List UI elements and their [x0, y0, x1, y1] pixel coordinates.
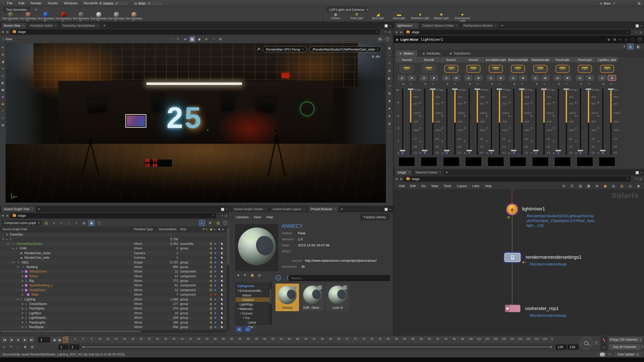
dropdown-icon[interactable]: ▾ — [627, 31, 629, 33]
scene-graph-row[interactable]: ● ⅄ C ◉ ◐ ✦ RenderCam_close Camera 1 · — [0, 251, 227, 255]
snapshot-grid-icon[interactable]: ▦ — [189, 36, 195, 42]
visibility-toggle-icon[interactable] — [214, 316, 217, 319]
solo-dot-icon[interactable]: · — [218, 317, 219, 319]
pane-menu-icon[interactable]: ▾ — [390, 208, 391, 211]
visibility-toggle-icon[interactable] — [214, 303, 217, 305]
tree-view-icon[interactable]: ☰ — [569, 183, 575, 189]
tools-icon[interactable]: ⚙ — [561, 183, 567, 189]
close-tab-icon[interactable]: × — [334, 208, 336, 210]
pane-tab[interactable]: Preset Browser × — [308, 206, 339, 212]
palette-icon[interactable]: ▥ — [619, 183, 625, 189]
pane-menu-icon[interactable]: ▾ — [641, 25, 642, 27]
node-rendermanrendersettings1[interactable] — [504, 253, 520, 262]
light-type-button[interactable] — [444, 65, 458, 73]
visibility-toggle-icon[interactable] — [214, 261, 217, 264]
expand-collapse-icon[interactable]: ⊕ — [21, 293, 24, 296]
translate-tool-icon[interactable]: ⊞ — [1, 52, 5, 57]
intensity-slider-handle[interactable] — [488, 150, 494, 152]
category-item[interactable]: ⊖Materials — [235, 306, 272, 311]
select-cursor-icon[interactable] — [221, 316, 223, 319]
visibility-toggle-icon[interactable] — [214, 266, 217, 268]
shelf-tool[interactable]: ☀ Point Light — [346, 12, 367, 22]
display-options-icon[interactable]: ▣ — [387, 46, 392, 50]
mixer-tab-sliders[interactable]: ◆Sliders — [395, 50, 418, 57]
mixer-tab-transforms[interactable]: ◆Transforms — [446, 50, 474, 57]
pane-menu-icon[interactable]: ▾ — [390, 25, 391, 27]
light-type-button[interactable] — [466, 65, 480, 73]
recook-icon[interactable]: ↻ — [608, 352, 611, 356]
solo-dot-icon[interactable]: · — [218, 298, 219, 300]
mute-button[interactable]: ⊘ — [398, 75, 406, 81]
expand-collapse-icon[interactable]: ⊕ — [21, 284, 24, 287]
help-icon[interactable]: ? — [385, 37, 389, 41]
select-arrow-icon[interactable]: ↖ — [175, 36, 181, 42]
visibility-toggle-icon[interactable] — [214, 321, 217, 324]
dropdown-icon[interactable]: ▾ — [376, 31, 378, 33]
path-field[interactable]: stage ▾ — [404, 30, 631, 35]
intensity-slider-handle[interactable] — [444, 150, 450, 152]
transport-button[interactable]: ▶ — [22, 337, 28, 343]
tree-horizontal-scrollbar[interactable] — [0, 330, 227, 333]
shelf-tool[interactable]: ● Environment Light — [452, 12, 473, 22]
path-field[interactable]: stage ▾ — [10, 29, 380, 34]
light-name-header[interactable]: RoomB — [418, 57, 440, 63]
solo-dot-icon[interactable]: · — [218, 326, 219, 328]
mixer-tab-attributes[interactable]: ◆Attributes — [418, 50, 445, 57]
desktop-selector[interactable]: ⊞ Solaris ▲▼ — [98, 1, 128, 6]
mask-icon[interactable]: ◕ — [51, 220, 57, 226]
intensity-slider-handle[interactable] — [422, 150, 428, 152]
render-viewport[interactable]: 25 + 00 53 58.09 ✎ RenderMan XPU Persp▾ — [6, 43, 386, 203]
activate-toggle-icon[interactable] — [210, 242, 212, 245]
select-cursor-icon[interactable] — [221, 307, 223, 310]
shelf-tool[interactable]: ♦ Geometry Light — [410, 12, 431, 22]
menu-item[interactable]: Help — [482, 184, 494, 188]
new-pane-tab-icon[interactable]: + — [102, 23, 107, 28]
set-key-button[interactable] — [580, 337, 593, 349]
pane-tab[interactable]: Geometry Spreadsheet × — [60, 22, 101, 28]
col-p[interactable]: P — [203, 228, 205, 231]
menubar-item[interactable]: Assets — [45, 1, 61, 5]
help-icon[interactable]: ? — [638, 37, 642, 42]
transport-button[interactable]: ▶| — [29, 337, 35, 343]
mute-button[interactable]: ⊘ — [420, 75, 428, 81]
light-color-swatch[interactable] — [599, 157, 615, 166]
activate-toggle-icon[interactable] — [210, 316, 212, 319]
target-display-icon[interactable]: ◉ — [387, 114, 392, 118]
playback-range-slider[interactable] — [81, 345, 553, 349]
close-tab-icon[interactable]: × — [31, 208, 33, 210]
mute-button[interactable]: ⊘ — [464, 75, 473, 81]
expand-collapse-icon[interactable]: ⊕ — [21, 326, 24, 329]
help-icon[interactable]: ? — [223, 221, 227, 225]
snap-tool-icon[interactable]: ⊙ — [1, 73, 5, 78]
factory-library-button[interactable]: Factory Library — [360, 214, 389, 220]
solo-dot-icon[interactable]: · — [218, 312, 219, 314]
new-pane-tab-icon[interactable]: + — [499, 23, 505, 28]
light-type-button[interactable] — [533, 65, 547, 73]
add-shelf-tab-icon[interactable]: + — [33, 7, 39, 12]
scene-graph-row[interactable]: ● ⅄ C ◉ ◐ ✦ RenderCam_wide Camera 1 · — [0, 255, 227, 260]
shelf-tab-test-geometry[interactable]: Test Geometry — [3, 7, 30, 12]
forward-icon[interactable]: ▶ — [399, 177, 404, 180]
scene-graph-row[interactable]: ⊕ ● ⅄ C ◉ ◐ ✦ StudioFloor Xform 11 compo… — [0, 288, 227, 292]
pane-tab[interactable]: Scene View × — [1, 22, 27, 28]
activate-toggle-icon[interactable] — [210, 312, 212, 314]
activate-toggle-icon[interactable] — [210, 280, 212, 282]
pane-maximize-icon[interactable] — [636, 24, 639, 27]
list-view-icon[interactable]: ▤ — [577, 183, 583, 189]
mute-button[interactable]: ⊘ — [487, 75, 495, 81]
activate-toggle-icon[interactable] — [210, 326, 212, 329]
expand-collapse-icon[interactable]: ⊕ — [21, 275, 24, 278]
light-name-header[interactable]: RoomA — [396, 57, 418, 63]
light-color-swatch[interactable] — [466, 157, 481, 166]
category-item[interactable]: ⊖Fur — [235, 315, 272, 320]
scene-graph-row[interactable]: ⊕ ● ⅄ C ◉ ◐ ✦ Rig Xform 772 group · — [0, 279, 227, 283]
spinner-icon[interactable]: ▲▼ — [116, 2, 117, 5]
col-primitive-type[interactable]: Primitive Type — [134, 228, 153, 231]
col-star-icon[interactable]: ★ — [218, 228, 221, 231]
intensity-slider-handle[interactable] — [533, 150, 539, 152]
shelf-tool[interactable]: Test Geometry: P... — [20, 12, 37, 22]
tree-vertical-scrollbar[interactable] — [227, 227, 229, 330]
search-prims-icon[interactable]: ◎ — [81, 220, 87, 226]
expand-collapse-icon[interactable]: ⊖ — [11, 261, 15, 264]
menu-item[interactable]: View — [429, 184, 441, 188]
